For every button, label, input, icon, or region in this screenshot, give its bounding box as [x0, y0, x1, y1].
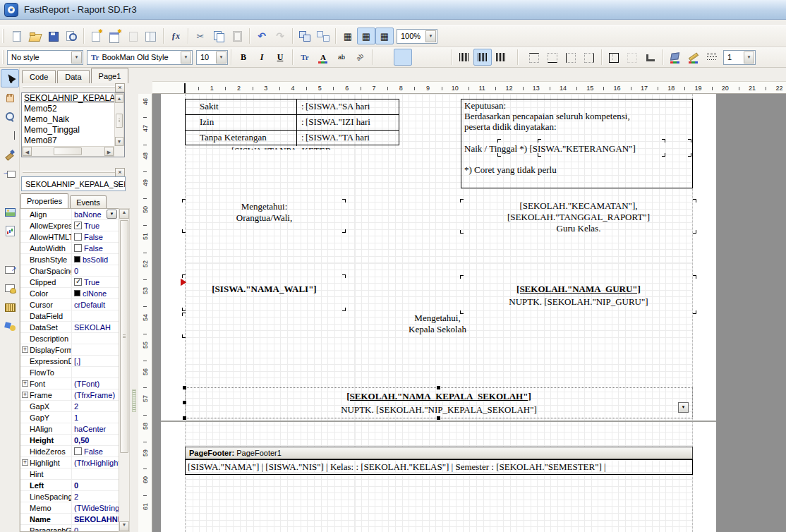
close-icon[interactable]: × [115, 83, 125, 92]
Hint[interactable]: Hint [20, 468, 119, 480]
object-list-vscrollbar[interactable]: ▲ ▼ [114, 93, 124, 147]
checkbox-icon[interactable] [74, 290, 80, 296]
Name[interactable]: Name SEKOLAHNIP_KEPALA_SEKOLAH [20, 514, 119, 525]
chevron-down-icon[interactable]: ▼ [425, 30, 436, 42]
font-size-select[interactable]: 10 ▼ [196, 50, 228, 65]
frame-top-button[interactable] [525, 49, 543, 66]
property-value[interactable]: True [72, 277, 119, 287]
property-value[interactable]: crDefault [72, 299, 119, 310]
ole-object-button[interactable] [1, 317, 19, 335]
picture-object-button[interactable] [1, 202, 19, 221]
expand-icon[interactable] [20, 209, 30, 219]
style-select[interactable]: No style ▼ [7, 50, 83, 65]
decision-line-naik[interactable]: Naik / Tinggal *) [SISWA."KETERANGAN"] [464, 143, 636, 155]
expand-icon[interactable] [20, 401, 30, 411]
align-right-button[interactable] [412, 49, 430, 66]
ParagraphGa[interactable]: ParagraphGa 0 [20, 525, 119, 532]
ExpressionDe[interactable]: ExpressionDe [,] [20, 356, 119, 367]
frame-none-button[interactable] [623, 49, 641, 66]
nama-kepala-sekolah-memo-selected[interactable]: [SEKOLAH."NAMA_KEPALA_SEKOLAH"] NUPTK. [… [185, 387, 693, 418]
expand-icon[interactable]: + [20, 344, 30, 355]
frame-color-button[interactable] [684, 49, 703, 66]
undo-button[interactable]: ↶ [253, 28, 271, 44]
Memo52[interactable]: Memo52 [22, 104, 114, 114]
AllowExpress[interactable]: AllowExpress True [20, 220, 119, 231]
expand-icon[interactable] [20, 480, 30, 490]
align-left-button[interactable] [375, 49, 394, 66]
fill-color-button[interactable] [666, 49, 684, 66]
property-value[interactable]: SEKOLAHNIP_KEPALA_SEKOLAH [72, 514, 119, 524]
page-footer-band-header[interactable]: PageFooter: PageFooter1 [185, 447, 693, 459]
expand-icon[interactable] [20, 435, 30, 445]
italic-button[interactable]: I [253, 49, 271, 66]
property-value[interactable]: 0 [72, 525, 119, 532]
redo-button[interactable]: ↷ [271, 28, 289, 44]
property-value[interactable] [72, 468, 119, 479]
property-value[interactable]: 0 [72, 480, 119, 490]
text-edit-tool[interactable] [1, 126, 19, 145]
new-page-button[interactable] [87, 28, 105, 44]
checkbox-icon[interactable] [74, 278, 82, 286]
paste-button[interactable] [228, 28, 246, 44]
Memo_Naik[interactable]: Memo_Naik [22, 114, 114, 125]
page-settings-button[interactable] [142, 28, 160, 44]
property-value[interactable]: 2 [72, 491, 119, 502]
DataSet[interactable]: DataSet SEKOLAH [20, 322, 119, 333]
checkbox-icon[interactable] [74, 222, 82, 229]
Color[interactable]: Color clNone [20, 288, 119, 299]
kepala-sekolah-memo[interactable]: Mengetahui, Kepala Sekolah [310, 313, 564, 335]
expand-icon[interactable]: + [20, 378, 30, 389]
property-value[interactable]: False [72, 231, 119, 242]
Page1[interactable]: Page1 [91, 68, 129, 83]
HAlign[interactable]: HAlign haCenter [20, 423, 119, 435]
panel-resize-splitter[interactable] [130, 68, 138, 532]
table-row[interactable]: Izin : [SISWA."IZI hari [186, 115, 399, 131]
Clipped[interactable]: Clipped True [20, 277, 119, 288]
property-value[interactable]: (TWideStrings) [72, 502, 119, 513]
Left[interactable]: Left 0 [20, 480, 119, 491]
Events[interactable]: Events [70, 195, 107, 208]
scroll-up-icon[interactable]: ▲ [119, 209, 129, 219]
delete-page-button[interactable] [123, 28, 142, 44]
zoom-tool[interactable] [1, 107, 19, 126]
scrollbar-thumb[interactable] [116, 114, 123, 128]
property-value[interactable]: [,] [72, 356, 119, 366]
chevron-down-icon[interactable]: ▼ [71, 52, 82, 64]
Frame[interactable]: + Frame (TfrxFrame) [20, 389, 119, 401]
expand-icon[interactable] [20, 243, 30, 253]
attendance-table-memo[interactable]: Sakit : [SISWA."SA hari Izin : [SISWA."I… [185, 99, 399, 145]
font-color-button[interactable]: A [314, 49, 332, 66]
new-dialog-button[interactable] [105, 28, 123, 44]
property-value[interactable]: True [72, 220, 119, 231]
scroll-right-icon[interactable]: ▶ [104, 147, 114, 156]
format-copy-tool[interactable] [1, 145, 19, 164]
property-value[interactable] [72, 310, 119, 321]
property-value[interactable]: (TfrxHighlight) [72, 457, 119, 468]
property-value[interactable]: False [72, 243, 119, 253]
expand-icon[interactable] [20, 367, 30, 377]
page-footer-memo[interactable]: [SISWA."NAMA"] | [SISWA."NIS"] | Kelas: … [185, 459, 693, 475]
selection-handle[interactable] [437, 416, 440, 420]
rotation-button[interactable]: ab [351, 49, 369, 66]
underline-button[interactable]: U [271, 49, 289, 66]
highlight-button[interactable]: ab [332, 49, 351, 66]
selection-handle[interactable] [183, 416, 186, 420]
Height[interactable]: Height 0,50 [20, 435, 119, 446]
HideZeros[interactable]: HideZeros False [20, 446, 119, 457]
property-value[interactable] [72, 333, 119, 344]
expand-icon[interactable] [20, 525, 30, 532]
Memo87[interactable]: Memo87 [22, 135, 114, 146]
property-value[interactable]: 0 [72, 265, 119, 276]
preview-button[interactable] [62, 28, 80, 44]
frame-right-button[interactable] [580, 49, 598, 66]
expand-icon[interactable]: + [20, 389, 30, 400]
BrushStyle[interactable]: BrushStyle bsSolid [20, 254, 119, 265]
expand-icon[interactable] [20, 333, 30, 344]
Cursor[interactable]: Cursor crDefault [20, 299, 119, 310]
memo-data-dropdown[interactable]: ▼ [678, 402, 689, 413]
expand-icon[interactable] [20, 265, 30, 276]
orangtua-wali-memo[interactable]: Mengetahui: Orangtua/Wali, [185, 201, 344, 224]
report-design-canvas[interactable]: Sakit : [SISWA."SA hari Izin : [SISWA."I… [152, 94, 786, 532]
property-value[interactable] [72, 344, 119, 355]
nama-guru-memo[interactable]: [SEKOLAH."NAMA_GURU"] NUPTK. [SEKOLAH."N… [464, 283, 693, 308]
